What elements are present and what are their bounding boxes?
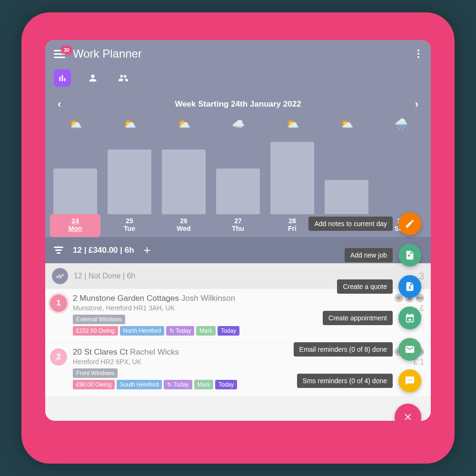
double-check-icon[interactable] <box>52 268 68 284</box>
job-number-badge: 2 <box>50 348 67 366</box>
weather-icon: ⛅ <box>340 118 353 133</box>
menu-button[interactable]: 30 <box>54 50 65 58</box>
filter-button[interactable] <box>54 247 63 254</box>
day-column-thu[interactable]: ☁️27Thu <box>211 116 265 237</box>
job-number-badge: 1 <box>50 295 67 312</box>
day-label[interactable]: 24Mon <box>50 214 100 237</box>
mark-tag: Mark <box>196 326 216 336</box>
area-tag: North Hereford <box>120 326 164 336</box>
owing-tag: £232.50 Owing <box>73 326 118 336</box>
fab-tooltip-job: Add new job <box>345 248 393 262</box>
next-week-button[interactable]: › <box>411 96 422 112</box>
recurring-tag: ↻ Today <box>166 326 194 336</box>
today-tag: Today <box>215 380 237 389</box>
close-fab-menu[interactable] <box>395 404 421 421</box>
weather-icon: ⛅ <box>286 118 299 133</box>
create-quote-fab[interactable] <box>398 275 421 298</box>
day-column-tue[interactable]: ⛅25Tue <box>102 116 157 237</box>
workload-bar <box>108 149 151 214</box>
service-tag: External Windows <box>73 315 125 324</box>
chart-view-icon[interactable] <box>54 69 71 87</box>
prev-week-button[interactable]: ‹ <box>54 96 65 112</box>
section-label: 12 | Not Done | 6h <box>74 272 135 280</box>
day-column-wed[interactable]: ⛅26Wed <box>157 116 211 237</box>
summary-text: 12 | £340.00 | 6h <box>73 246 134 255</box>
workload-bar <box>270 142 314 214</box>
weather-icon: 🌧️ <box>395 118 407 133</box>
view-switcher <box>45 68 431 93</box>
owing-tag: £90.00 Owing <box>73 380 115 389</box>
week-navigator: ‹ Week Starting 24th January 2022 › <box>45 93 431 116</box>
app-header: 30 Work Planner <box>45 40 431 68</box>
day-label[interactable]: 27Thu <box>213 214 263 237</box>
person-view-icon[interactable] <box>84 69 101 87</box>
workload-bar <box>216 169 259 214</box>
work-planner-app: 30 Work Planner ‹ Week Starting 24th Jan… <box>45 40 431 421</box>
workload-bar <box>53 169 97 214</box>
add-notes-fab[interactable] <box>398 212 421 235</box>
add-job-fab[interactable] <box>398 244 421 267</box>
weather-icon: ⛅ <box>123 118 136 133</box>
weather-icon: ⛅ <box>69 118 82 133</box>
recurring-tag: ↻ Today <box>164 380 192 389</box>
workload-bar <box>162 149 205 214</box>
more-menu-button[interactable] <box>415 47 422 61</box>
today-tag: Today <box>218 326 239 336</box>
day-label[interactable]: 26Wed <box>159 214 209 237</box>
fab-tooltip-appt: Create appointment <box>323 311 393 325</box>
workload-bar <box>325 180 368 214</box>
weather-icon: ☁️ <box>232 118 245 133</box>
team-view-icon[interactable] <box>115 69 132 87</box>
fab-tooltip-notes: Add notes to current day <box>308 217 393 231</box>
fab-tooltip-sms: Sms reminders (0 of 4) done <box>297 374 393 388</box>
fab-tooltip-email: Email reminders (0 of 8) done <box>294 342 393 357</box>
create-appointment-fab[interactable] <box>398 307 421 329</box>
notification-badge: 30 <box>61 46 72 54</box>
fab-tooltip-quote: Create a quote <box>337 279 393 294</box>
fab-menu: Add notes to current day Add new job Cre… <box>294 212 421 421</box>
day-label[interactable]: 25Tue <box>104 214 155 237</box>
mark-tag: Mark <box>194 380 214 389</box>
area-tag: South Hereford <box>117 380 162 389</box>
weather-icon: ⛅ <box>178 118 190 133</box>
page-title: Work Planner <box>73 47 142 60</box>
service-tag: Front Windows <box>73 368 118 378</box>
email-reminders-fab[interactable] <box>398 338 421 361</box>
day-column-mon[interactable]: ⛅24Mon <box>48 116 102 237</box>
sms-reminders-fab[interactable] <box>398 369 421 392</box>
week-label: Week Starting 24th January 2022 <box>175 99 301 109</box>
add-button[interactable]: + <box>144 243 151 258</box>
